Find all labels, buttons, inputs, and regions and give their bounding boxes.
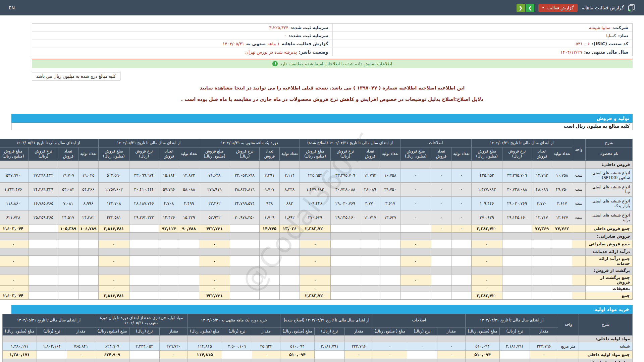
cell bbox=[78, 255, 98, 266]
cell: ۲۹,۰۳۰,۷۶۹ bbox=[502, 196, 532, 210]
cell: ۱۰,۷۵۸ bbox=[552, 168, 572, 182]
cell: ۲۴,۳۸۲ bbox=[78, 210, 98, 225]
cell: ۴,۷۰۸ bbox=[159, 196, 179, 210]
cell bbox=[330, 266, 360, 274]
cell bbox=[532, 255, 552, 266]
cell bbox=[407, 336, 437, 342]
column-header: از ابتدای سال مالی تا تاریخ ۱۴۰۴/۰۴/۳۱ bbox=[471, 139, 572, 147]
previous-report-button[interactable]: ❮ bbox=[517, 4, 525, 12]
table-row: برگشت از فروش: bbox=[0, 266, 633, 274]
cell: ۰ bbox=[400, 182, 431, 196]
cell bbox=[572, 255, 586, 266]
cell: ۱,۳۸۰,۱۷۱ bbox=[2, 351, 37, 359]
column-header: مقدار bbox=[67, 327, 95, 336]
cell: ۳,۶۱۷ bbox=[552, 196, 572, 210]
cell: ۵۳۷,۹۷۰ bbox=[0, 168, 29, 182]
cell bbox=[330, 274, 360, 285]
cell bbox=[431, 292, 451, 299]
cell bbox=[431, 248, 451, 255]
cell bbox=[199, 161, 230, 168]
cell: ۵۱۰,۰۹۴ bbox=[280, 351, 314, 359]
cell: ۳۰,۷۲۸,۰۸۸ bbox=[502, 182, 532, 196]
cell bbox=[330, 161, 360, 168]
cell bbox=[465, 359, 499, 362]
cell: ۴۹,۷۵۰ bbox=[552, 182, 572, 196]
cell: ۰ bbox=[451, 168, 471, 182]
table-row: انواع شیشه های ایمنی تیباست۴۹,۷۵۰۴۸,۰۸۹۳… bbox=[0, 182, 633, 196]
cell: ۲,۳۹۱ bbox=[259, 168, 279, 182]
cell: ۰ bbox=[98, 285, 129, 292]
company-value[interactable]: سایپا شیشه bbox=[589, 25, 610, 30]
cell bbox=[98, 232, 129, 240]
cell: ۱۳,۶۳۷ bbox=[380, 210, 400, 225]
table-row: مواد اولیه داخلی: bbox=[2, 336, 632, 342]
chevron-down-icon: ▾ bbox=[542, 6, 544, 9]
previous-notice-link[interactable]: اینجا bbox=[234, 85, 245, 90]
cell bbox=[451, 240, 471, 248]
cell bbox=[532, 248, 552, 255]
cell bbox=[129, 336, 159, 342]
column-header: اصلاحات bbox=[373, 314, 465, 327]
cell bbox=[58, 292, 78, 299]
cell bbox=[437, 336, 465, 342]
cell bbox=[179, 292, 199, 299]
cell: ۰ bbox=[437, 351, 465, 359]
cell bbox=[230, 274, 259, 285]
amendment-text-before: این اطلاعیه اصلاحیه اطلاعیه شماره ( ۱۳۹۷… bbox=[245, 85, 465, 90]
cell bbox=[558, 351, 579, 359]
cell: ۰ bbox=[471, 285, 502, 292]
cell bbox=[67, 336, 95, 342]
cell bbox=[0, 266, 29, 274]
language-toggle-en[interactable]: EN bbox=[9, 5, 15, 10]
cell: ۲۹,۱۴۵,۱۶۰ bbox=[330, 210, 360, 225]
cell bbox=[95, 336, 129, 342]
column-header: مبلغ فروش (میلیون ریال) bbox=[98, 147, 129, 161]
cell: ۱۳,۶۳۷ bbox=[552, 210, 572, 225]
cell: ۵۴,۰۸۴ bbox=[58, 182, 78, 196]
cell bbox=[222, 351, 252, 359]
cell bbox=[451, 161, 471, 168]
cell bbox=[230, 292, 259, 299]
report-navigation: ❯ ❮ bbox=[517, 4, 534, 12]
signature-match-banner: اطلاعات نمایش داده شده با اطلاعات امضا ش… bbox=[32, 59, 633, 68]
cell: ۰ bbox=[400, 240, 431, 248]
cell: ۰ bbox=[431, 196, 451, 210]
cell: ۲۴,۵۱۷ bbox=[58, 210, 78, 225]
cell: ۲۵,۳۵۹,۴۶۵ bbox=[29, 210, 58, 225]
cell bbox=[98, 248, 129, 255]
cell bbox=[373, 359, 407, 362]
column-header: نرخ فروش (ریال) bbox=[502, 147, 532, 161]
cell bbox=[552, 232, 572, 240]
header-info-section: شرکت: سایپا شیشه سرمایه ثبت شده: ۳,۲۲۵,۳… bbox=[32, 23, 633, 102]
cell bbox=[360, 266, 380, 274]
cell: ۰ bbox=[400, 210, 431, 225]
cell bbox=[129, 274, 159, 285]
cell bbox=[29, 240, 58, 248]
cell bbox=[380, 274, 400, 285]
cell bbox=[259, 255, 279, 266]
column-header: مقدار bbox=[344, 327, 373, 336]
cell: جمع فروش صادراتی bbox=[586, 240, 633, 248]
next-report-button[interactable]: ❯ bbox=[526, 4, 534, 12]
cell bbox=[58, 161, 78, 168]
cell: ۰ bbox=[300, 274, 330, 285]
cell bbox=[29, 292, 58, 299]
report-period-middle: منتهی به bbox=[246, 41, 266, 46]
cell: متر مربع bbox=[558, 342, 579, 351]
cell bbox=[300, 161, 330, 168]
report-type-button[interactable]: گزارش فعالیت ▾ bbox=[538, 4, 578, 12]
column-header: از ابتدای سال مالی تا تاریخ ۱۴۰۴/۰۴/۳۱ (… bbox=[280, 314, 373, 327]
cell bbox=[330, 248, 360, 255]
cell bbox=[465, 336, 499, 342]
cell bbox=[279, 248, 300, 255]
cell bbox=[532, 274, 552, 285]
cell: ۲,۵۰۰,۱۰۹ bbox=[222, 342, 252, 351]
column-header: تعداد فروش bbox=[431, 147, 451, 161]
table-row: جمع فروش داخلی۷۷,۷۶۲۷۷,۳۶۹۲,۳۸۳,۷۲۰۰۰۲,۳… bbox=[0, 225, 633, 232]
cell: ۱۲,۸۷۲ bbox=[179, 168, 199, 182]
cell: ۰ bbox=[252, 351, 280, 359]
cell bbox=[431, 232, 451, 240]
cell bbox=[37, 351, 67, 359]
column-header: مبلغ (میلیون ریال) bbox=[95, 327, 129, 336]
cell bbox=[431, 274, 451, 285]
